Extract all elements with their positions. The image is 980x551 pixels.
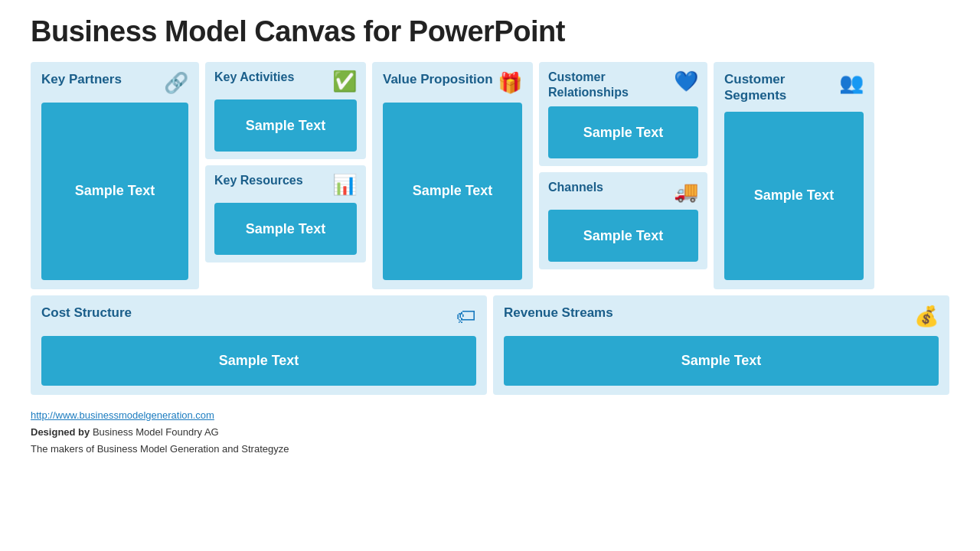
- footer-link[interactable]: http://www.businessmodelgeneration.com: [31, 409, 214, 421]
- customer-segments-content: Sample Text: [724, 112, 864, 280]
- truck-icon: 🚚: [674, 180, 698, 204]
- customer-segments-header: Customer Segments 👥: [724, 71, 864, 104]
- customer-relationships-header: Customer Relationships 💙: [548, 70, 698, 100]
- key-activities-title: Key Activities: [214, 70, 294, 85]
- footer-designed-by-value: Business Model Foundry AG: [93, 426, 219, 438]
- revenue-streams-title: Revenue Streams: [504, 305, 613, 321]
- revenue-streams-content: Sample Text: [504, 336, 939, 386]
- tag-icon: 🏷: [456, 305, 476, 328]
- cost-structure-title: Cost Structure: [41, 305, 132, 321]
- value-proposition-content: Sample Text: [383, 103, 522, 280]
- customer-relationships-content: Sample Text: [548, 106, 698, 158]
- key-resources-cell: Key Resources 📊 Sample Text: [205, 165, 366, 262]
- cost-structure-cell: Cost Structure 🏷 Sample Text: [31, 295, 487, 395]
- channels-content: Sample Text: [548, 210, 698, 262]
- revenue-streams-header: Revenue Streams 💰: [504, 305, 939, 328]
- key-resources-content: Sample Text: [214, 203, 357, 255]
- footer: http://www.businessmodelgeneration.com D…: [31, 407, 949, 458]
- canvas-top-row: Key Partners 🔗 Sample Text Key Activitie…: [31, 62, 949, 289]
- gift-icon: 🎁: [498, 71, 522, 95]
- footer-designed-by: Designed by Business Model Foundry AG: [31, 424, 949, 441]
- footer-url: http://www.businessmodelgeneration.com: [31, 407, 949, 424]
- key-partners-content: Sample Text: [41, 103, 188, 280]
- key-partners-title: Key Partners: [41, 71, 122, 87]
- key-activities-sub-cells: Key Activities ✅ Sample Text Key Resourc…: [205, 62, 366, 289]
- key-resources-header: Key Resources 📊: [214, 173, 357, 197]
- key-activities-header: Key Activities ✅: [214, 70, 357, 93]
- channels-title: Channels: [548, 180, 603, 195]
- channels-header: Channels 🚚: [548, 180, 698, 204]
- key-partners-header: Key Partners 🔗: [41, 71, 188, 95]
- chart-icon: 📊: [332, 173, 357, 197]
- key-resources-title: Key Resources: [214, 173, 303, 188]
- money-icon: 💰: [914, 305, 939, 328]
- cost-structure-content: Sample Text: [41, 336, 476, 386]
- channels-cell: Channels 🚚 Sample Text: [539, 172, 707, 269]
- customer-rel-sub-cells: Customer Relationships 💙 Sample Text Cha…: [539, 62, 707, 289]
- value-proposition-cell: Value Proposition 🎁 Sample Text: [372, 62, 533, 289]
- cost-structure-header: Cost Structure 🏷: [41, 305, 476, 328]
- key-activities-content: Sample Text: [214, 99, 357, 152]
- customer-segments-title: Customer Segments: [724, 71, 835, 104]
- value-proposition-title: Value Proposition: [383, 71, 493, 87]
- key-partners-cell: Key Partners 🔗 Sample Text: [31, 62, 199, 289]
- heart-icon: 💙: [674, 70, 698, 93]
- footer-tagline: The makers of Business Model Generation …: [31, 441, 949, 458]
- people-icon: 👥: [839, 71, 864, 95]
- customer-segments-cell: Customer Segments 👥 Sample Text: [714, 62, 874, 289]
- canvas-bottom-row: Cost Structure 🏷 Sample Text Revenue Str…: [31, 295, 949, 395]
- customer-rel-container: Customer Relationships 💙 Sample Text Cha…: [539, 62, 707, 289]
- footer-designed-by-label: Designed by: [31, 426, 90, 438]
- key-activities-container: Key Activities ✅ Sample Text Key Resourc…: [205, 62, 366, 289]
- value-proposition-header: Value Proposition 🎁: [383, 71, 522, 95]
- link-icon: 🔗: [164, 71, 188, 95]
- revenue-streams-cell: Revenue Streams 💰 Sample Text: [493, 295, 949, 395]
- page-title: Business Model Canvas for PowerPoint: [31, 15, 949, 48]
- customer-relationships-cell: Customer Relationships 💙 Sample Text: [539, 62, 707, 166]
- check-icon: ✅: [332, 70, 357, 93]
- customer-relationships-title: Customer Relationships: [548, 70, 669, 100]
- key-activities-cell: Key Activities ✅ Sample Text: [205, 62, 366, 159]
